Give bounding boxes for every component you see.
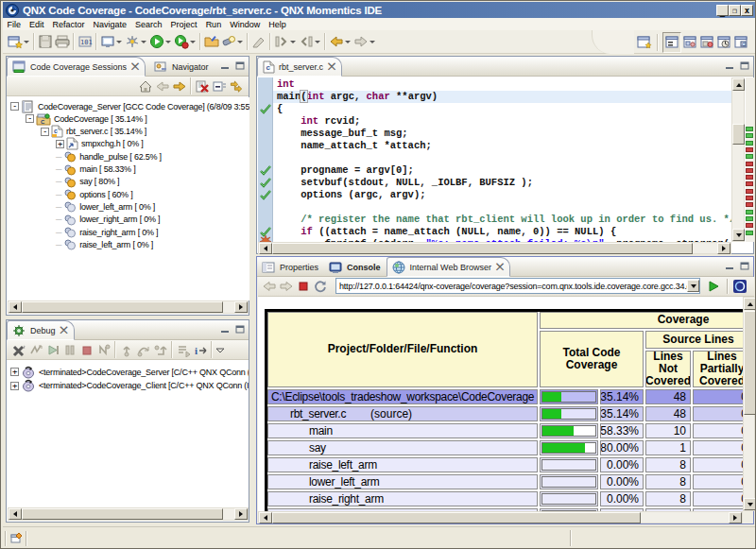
overview-green-mark[interactable]: [746, 127, 753, 131]
resume-button[interactable]: [44, 339, 61, 360]
code-area[interactable]: intmain(int argc, char **argv){ int rcvi…: [273, 77, 731, 242]
perspective-cpp-button[interactable]: [681, 32, 698, 53]
scroll-left-button[interactable]: [9, 508, 22, 520]
tab-code-coverage-sessions[interactable]: Code Coverage Sessions ⨉: [7, 57, 146, 77]
code-line-1[interactable]: int: [273, 78, 731, 91]
scroll-left-button[interactable]: [259, 512, 272, 523]
chevron-down-icon[interactable]: [24, 41, 29, 43]
perspective-coverage-button[interactable]: [698, 32, 715, 53]
next-annotation-button[interactable]: [273, 31, 298, 52]
overview-green-mark[interactable]: [746, 216, 753, 221]
code-line-8[interactable]: progname = argv[0];: [273, 164, 731, 177]
tree-item-handle_pulse[interactable]: ─handle_pulse [ 62.5% ]: [56, 150, 162, 163]
menu-run[interactable]: Run: [201, 20, 226, 29]
perspective-profiler-button[interactable]: [715, 32, 732, 53]
editor-body[interactable]: intmain(int argc, char **argv){ int rcvi…: [258, 77, 731, 242]
maximize-view-icon[interactable]: [739, 261, 750, 271]
back-history-button[interactable]: [328, 31, 352, 52]
step-over-button[interactable]: [135, 339, 152, 360]
tree-item-say[interactable]: ─say [ 80% ]: [56, 176, 119, 188]
chevron-down-icon[interactable]: [345, 41, 351, 43]
suspend-button[interactable]: [61, 339, 78, 360]
code-line-11[interactable]: [273, 201, 731, 214]
tree-item-raise_left_arm[interactable]: ─raise_left_arm [ 0% ]: [56, 238, 153, 250]
open-perspective-button[interactable]: [636, 32, 653, 53]
menu-window[interactable]: Window: [226, 20, 265, 29]
target-navigator-button[interactable]: [99, 31, 124, 52]
overview-red-mark[interactable]: [746, 189, 753, 194]
menu-search[interactable]: Search: [131, 20, 167, 29]
debug-launch-item[interactable]: +<terminated>CodeCoverage_Client [C/C++ …: [10, 380, 249, 392]
minimize-view-icon[interactable]: [724, 60, 735, 71]
scroll-thumb[interactable]: [744, 311, 756, 415]
delete-session-button[interactable]: [194, 76, 211, 96]
tab-navigator[interactable]: Navigator: [149, 57, 215, 77]
browser-vscrollbar[interactable]: [743, 297, 755, 511]
tree-item-raise_right_arm[interactable]: ─raise_right_arm [ 0% ]: [56, 226, 158, 238]
chevron-down-icon[interactable]: [190, 41, 196, 43]
maximize-view-icon[interactable]: [739, 60, 750, 71]
overview-green-mark[interactable]: [746, 154, 753, 159]
remove-terminated-button[interactable]: [10, 339, 27, 360]
open-external-browser-icon[interactable]: [732, 279, 747, 296]
tab-properties[interactable]: Properties: [257, 257, 324, 277]
collapse-icon[interactable]: -: [10, 102, 19, 111]
fast-view-icon[interactable]: [10, 532, 23, 546]
print-button[interactable]: [54, 31, 71, 52]
scroll-thumb[interactable]: [22, 301, 223, 313]
close-tab-icon[interactable]: ⨉: [496, 262, 504, 273]
menu-refactor[interactable]: Refactor: [48, 20, 89, 29]
new-wizard-button[interactable]: [7, 31, 31, 52]
overview-red-mark[interactable]: [746, 223, 753, 228]
expand-icon[interactable]: +: [56, 140, 64, 148]
minimize-button[interactable]: _: [716, 5, 729, 16]
overview-green-mark[interactable]: [746, 231, 753, 235]
scroll-left-button[interactable]: [9, 301, 22, 313]
minimize-view-icon[interactable]: [724, 261, 735, 271]
scroll-right-button[interactable]: [234, 301, 248, 313]
expand-icon[interactable]: +: [10, 382, 19, 390]
tab-rbt-server-c[interactable]: c rbt_server.c ⨉: [257, 57, 342, 77]
code-line-12[interactable]: /* register the name that rbt_client wil…: [273, 214, 731, 226]
scroll-thumb[interactable]: [22, 508, 223, 520]
menu-help[interactable]: Help: [265, 20, 291, 29]
overview-red-mark[interactable]: [746, 175, 753, 180]
resume-signal-button[interactable]: [27, 339, 44, 360]
tree-item-codecoverage_server[interactable]: -CodeCoverage_Server [GCC Code Coverage]…: [10, 100, 249, 112]
tree-item-lower_right_arm[interactable]: ─lower_right_arm [ 0% ]: [56, 214, 160, 226]
overview-ruler[interactable]: [746, 77, 754, 242]
editor-vscrollbar[interactable]: [731, 77, 745, 242]
open-type-button[interactable]: [203, 31, 220, 52]
instruction-stepping-button[interactable]: [175, 339, 192, 360]
scroll-thumb[interactable]: [272, 243, 693, 254]
browser-forward-button[interactable]: [278, 276, 295, 297]
scroll-up-button[interactable]: [732, 78, 745, 91]
home-button[interactable]: [137, 76, 154, 96]
back-arrow-button[interactable]: [154, 76, 171, 96]
previous-annotation-button[interactable]: [298, 31, 322, 52]
overview-red-mark[interactable]: [746, 181, 753, 186]
scroll-down-button[interactable]: [732, 229, 745, 241]
tree-item-codecoverage[interactable]: -CCodeCoverage [ 35.14% ]: [26, 112, 147, 125]
url-input[interactable]: http://127.0.0.1:64424/qnx-coverage/cove…: [335, 278, 700, 294]
terminate-button[interactable]: [78, 339, 95, 360]
tree-item-rbt_server.c[interactable]: -crbt_server.c [ 35.14% ]: [41, 126, 146, 138]
menu-file[interactable]: File: [3, 20, 26, 29]
code-line-4[interactable]: int rcvid;: [273, 115, 731, 128]
toggle-mark-occurrences-button[interactable]: [250, 31, 267, 52]
minimize-view-icon[interactable]: [219, 324, 231, 335]
chevron-down-icon[interactable]: [290, 41, 296, 43]
step-into-button[interactable]: [118, 339, 135, 360]
code-line-13[interactable]: if ((attach = name_attach (NULL, name, 0…: [273, 226, 731, 238]
tree-item-smpxchg.h[interactable]: +smpxchg.h [ 0% ]: [56, 138, 144, 150]
browser-refresh-button[interactable]: [312, 276, 329, 297]
overview-red-mark[interactable]: [746, 162, 753, 166]
overview-red-mark[interactable]: [746, 196, 753, 200]
maximize-view-icon[interactable]: [234, 60, 246, 71]
scroll-right-button[interactable]: [717, 243, 730, 254]
menu-project[interactable]: Project: [166, 20, 201, 29]
tab-console[interactable]: Console: [324, 257, 387, 277]
scroll-thumb[interactable]: [732, 124, 745, 145]
scroll-thumb[interactable]: [272, 512, 641, 523]
build-button[interactable]: 101: [77, 31, 94, 52]
